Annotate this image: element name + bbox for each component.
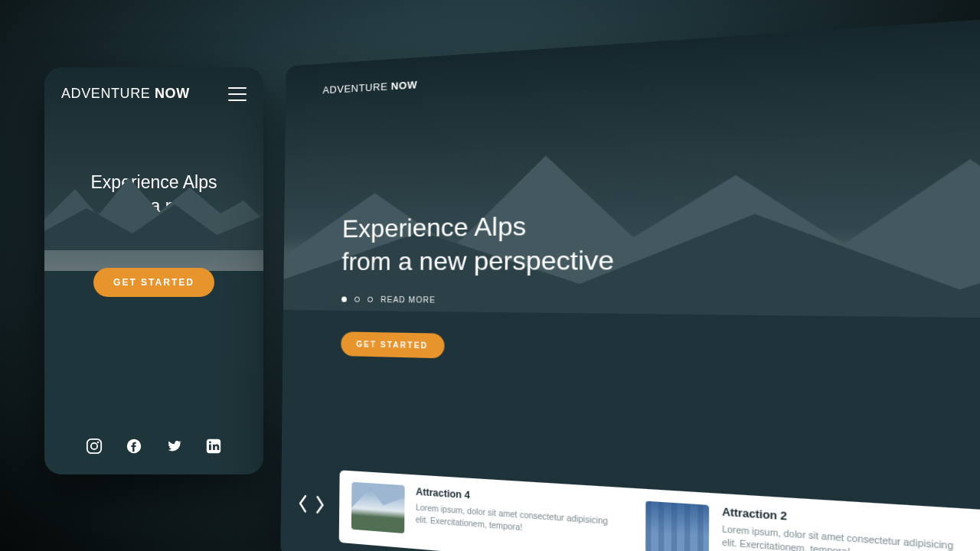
slide-dot-3[interactable] [368,297,373,302]
get-started-button[interactable]: GET STARTED [93,268,214,297]
carousel-prev-icon[interactable] [296,492,309,515]
carousel: Attraction 4 Lorem ipsum, dolor sit amet… [296,468,980,551]
mobile-social-row [44,438,263,474]
hero-title: Experience Alps from a new perspective [64,171,243,242]
desktop-topbar: ADVENTURE NOW HOME STORIES TRIPS CONTACT [286,0,980,98]
hero-title: Experience Alps from a new perspective [341,208,614,279]
hero-line-1: Experience Alps [91,172,217,192]
facebook-icon[interactable] [126,438,142,455]
read-more-link[interactable]: READ MORE [381,295,436,305]
linkedin-icon[interactable] [205,438,222,455]
desktop-mockup: ADVENTURE NOW HOME STORIES TRIPS CONTACT… [280,0,980,551]
slide-dot-1[interactable] [341,297,347,302]
hamburger-menu-icon[interactable] [228,87,247,101]
card-thumbnail [351,482,405,533]
mobile-mockup: ADVENTURE NOW Experience Alps from a new… [44,67,263,474]
hero-line-1: Experience Alps [342,211,527,243]
mobile-hero: Experience Alps from a new perspective G… [44,171,263,297]
hero-line-2: from a new [110,196,198,216]
carousel-card[interactable]: Attraction 2 Lorem ipsum, dolor sit amet… [631,488,980,551]
slide-indicators: READ MORE [341,295,614,306]
twitter-icon[interactable] [165,438,182,455]
brand-logo[interactable]: ADVENTURE NOW [322,78,417,96]
brand-logo[interactable]: ADVENTURE NOW [61,86,190,102]
desktop-hero: Experience Alps from a new perspective R… [341,208,614,363]
slide-dot-2[interactable] [354,297,360,302]
hero-line-2: from a new perspective [341,245,614,276]
carousel-strip: Attraction 4 Lorem ipsum, dolor sit amet… [339,470,980,551]
instagram-icon[interactable] [86,438,103,455]
brand-text-thin: ADVENTURE [61,86,155,101]
carousel-next-icon[interactable] [313,494,327,517]
brand-text-bold: NOW [391,78,418,91]
brand-text-bold: NOW [155,86,190,101]
hero-line-3: perspective [109,220,199,240]
card-thumbnail [645,501,709,551]
get-started-button[interactable]: GET STARTED [341,332,444,359]
brand-text-thin: ADVENTURE [322,80,391,95]
carousel-card[interactable]: Attraction 4 Lorem ipsum, dolor sit amet… [339,470,631,551]
